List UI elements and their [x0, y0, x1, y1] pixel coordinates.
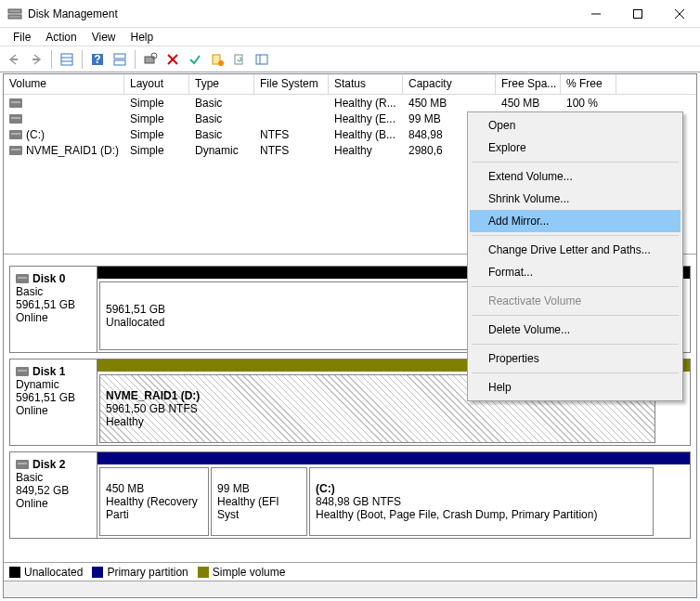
disk-icon [16, 274, 29, 283]
context-menu: Open Explore Extend Volume... Shrink Vol… [467, 111, 683, 401]
legend: Unallocated Primary partition Simple vol… [4, 562, 696, 581]
delete-button[interactable] [162, 49, 183, 70]
cell-status: Healthy (R... [329, 95, 403, 111]
legend-label-simple: Simple volume [213, 566, 286, 579]
drive-icon [9, 114, 22, 124]
back-button[interactable] [4, 49, 24, 70]
col-volume[interactable]: Volume [4, 74, 124, 94]
disk-state: Online [16, 497, 91, 510]
svg-rect-22 [256, 55, 267, 64]
disk-type: Dynamic [16, 378, 91, 391]
table-row[interactable]: SimpleBasicHealthy (R...450 MB450 MB100 … [4, 95, 696, 111]
svg-text:?: ? [94, 53, 100, 66]
partition-status: Healthy [106, 415, 649, 428]
col-filesystem[interactable]: File System [254, 74, 329, 94]
ctx-change-drive-letter[interactable]: Change Drive Letter and Paths... [470, 239, 681, 261]
svg-rect-0 [8, 9, 21, 13]
disk-state: Online [16, 404, 91, 417]
disk-type: Basic [16, 285, 91, 298]
menu-action[interactable]: Action [38, 29, 84, 46]
refresh-button[interactable] [229, 49, 250, 70]
cell-filesystem [254, 111, 329, 126]
disk-color-bar [97, 452, 690, 465]
legend-swatch-unallocated [9, 567, 20, 578]
new-button[interactable] [207, 49, 227, 70]
details-view-button[interactable] [57, 49, 77, 70]
cell-type: Basic [189, 95, 254, 111]
legend-label-unallocated: Unallocated [24, 566, 83, 579]
col-spacer [616, 74, 696, 94]
close-button[interactable] [658, 0, 700, 28]
menubar: File Action View Help [0, 28, 700, 46]
statusbar [4, 581, 696, 597]
cell-layout: Simple [124, 126, 189, 142]
col-freespace[interactable]: Free Spa... [496, 74, 561, 94]
cell-pctfree: 100 % [561, 95, 616, 111]
ctx-format[interactable]: Format... [470, 261, 681, 283]
partition-status: Healthy (EFI Syst [217, 495, 301, 521]
disk-icon [16, 367, 29, 376]
maximize-button[interactable] [616, 0, 658, 28]
toolbar-separator [51, 50, 52, 69]
cell-status: Healthy (B... [329, 126, 403, 142]
disk-info[interactable]: Disk 0Basic5961,51 GBOnline [10, 267, 97, 352]
cell-volume: NVME_RAID1 (D:) [26, 144, 119, 157]
cell-layout: Simple [124, 95, 189, 111]
menu-view[interactable]: View [84, 29, 123, 46]
disk-info[interactable]: Disk 1Dynamic5961,51 GBOnline [10, 359, 97, 445]
partition-status: Healthy (Recovery Parti [106, 495, 202, 521]
cell-filesystem: NTFS [254, 142, 329, 158]
disk-info[interactable]: Disk 2Basic849,52 GBOnline [10, 452, 97, 538]
svg-rect-3 [633, 9, 642, 18]
ctx-help[interactable]: Help [470, 376, 681, 398]
ctx-separator [472, 315, 679, 316]
disk-row: Disk 2Basic849,52 GBOnline450 MBHealthy … [9, 451, 691, 539]
cell-type: Dynamic [189, 142, 254, 158]
properties-button[interactable] [252, 49, 272, 70]
partition-status: Healthy (Boot, Page File, Crash Dump, Pr… [316, 508, 647, 521]
window-title: Disk Management [28, 7, 575, 20]
rescan-button[interactable] [140, 49, 161, 70]
toolbar-separator [135, 50, 136, 69]
partition[interactable]: 450 MBHealthy (Recovery Parti [99, 467, 209, 536]
ctx-add-mirror[interactable]: Add Mirror... [470, 210, 681, 232]
svg-rect-6 [10, 59, 18, 60]
menu-help[interactable]: Help [123, 29, 162, 46]
disk-size: 5961,51 GB [16, 298, 91, 311]
cell-status: Healthy (E... [329, 111, 403, 126]
apply-button[interactable] [185, 49, 205, 70]
svg-rect-8 [61, 54, 72, 65]
ctx-properties[interactable]: Properties [470, 347, 681, 370]
help-button[interactable]: ? [87, 49, 108, 70]
titlebar: Disk Management [0, 0, 700, 28]
legend-swatch-primary [92, 567, 103, 578]
disk-type: Basic [16, 471, 91, 484]
cell-freespace: 450 MB [496, 95, 561, 111]
col-capacity[interactable]: Capacity [403, 74, 496, 94]
ctx-delete-volume[interactable]: Delete Volume... [470, 319, 681, 341]
cell-filesystem [254, 95, 329, 111]
cell-type: Basic [189, 111, 254, 126]
ctx-open[interactable]: Open [470, 114, 681, 137]
menu-file[interactable]: File [6, 29, 38, 46]
forward-button[interactable] [26, 49, 46, 70]
disk-name: Disk 0 [16, 272, 91, 285]
cell-status: Healthy [329, 142, 403, 158]
partition[interactable]: 99 MBHealthy (EFI Syst [211, 467, 307, 536]
partition[interactable]: (C:)848,98 GB NTFSHealthy (Boot, Page Fi… [309, 467, 654, 536]
cell-filesystem: NTFS [254, 126, 329, 142]
minimize-button[interactable] [575, 0, 616, 28]
layout-button[interactable] [110, 49, 130, 70]
cell-volume: (C:) [26, 128, 45, 141]
ctx-separator [472, 372, 679, 373]
ctx-explore[interactable]: Explore [470, 137, 681, 159]
ctx-separator [472, 286, 679, 287]
ctx-separator [472, 235, 679, 236]
ctx-extend-volume[interactable]: Extend Volume... [470, 165, 681, 188]
svg-point-20 [218, 60, 224, 66]
col-layout[interactable]: Layout [124, 74, 189, 94]
col-type[interactable]: Type [189, 74, 254, 94]
ctx-shrink-volume[interactable]: Shrink Volume... [470, 188, 681, 210]
col-status[interactable]: Status [329, 74, 403, 94]
col-pctfree[interactable]: % Free [561, 74, 616, 94]
